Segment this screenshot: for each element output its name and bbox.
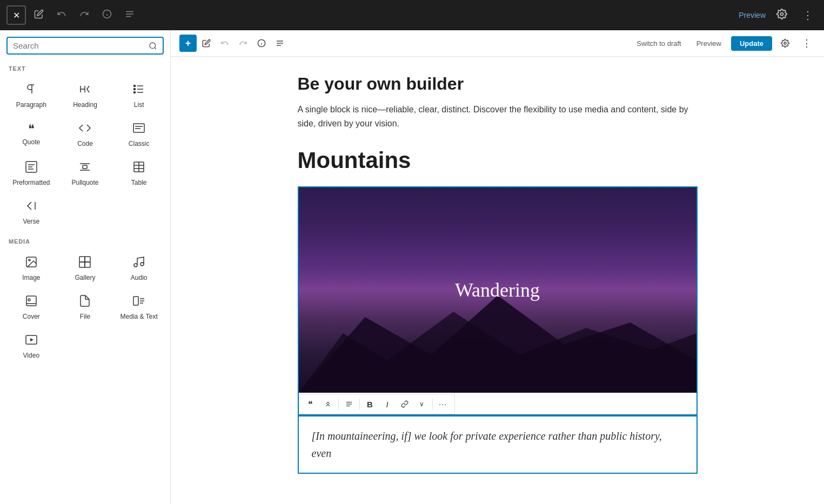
paragraph-label: Paragraph (16, 101, 46, 109)
inner-more-button[interactable]: ⋮ (798, 35, 815, 52)
block-item-list[interactable]: List (112, 76, 166, 115)
code-icon (78, 122, 91, 137)
inner-toolbar-left: + (179, 35, 289, 52)
plus-icon: + (185, 38, 191, 49)
inner-list-button[interactable] (271, 35, 289, 52)
switch-to-draft-button[interactable]: Switch to draft (631, 36, 686, 51)
blockquote-toggle-button[interactable]: ❝ (303, 397, 319, 412)
svg-rect-33 (79, 262, 85, 267)
media-text-label: Media & Text (120, 313, 158, 320)
svg-point-36 (140, 263, 144, 266)
svg-point-7 (150, 43, 156, 49)
bold-button[interactable]: B (362, 397, 378, 412)
toolbar-divider-1 (338, 399, 339, 409)
post-title[interactable]: Be your own builder (298, 74, 698, 94)
video-icon (25, 333, 38, 348)
more-vertical-icon-inner: ⋮ (802, 37, 812, 49)
mountain-image: Wandering (299, 187, 696, 393)
block-item-pullquote[interactable]: Pullquote (58, 154, 112, 193)
close-button[interactable]: ✕ (6, 5, 26, 25)
file-icon (78, 294, 91, 310)
list-view-button[interactable] (120, 5, 139, 25)
block-item-verse[interactable]: Verse (4, 193, 58, 232)
move-arrows-button[interactable] (320, 397, 336, 412)
inner-undo-button[interactable] (216, 35, 233, 52)
update-button[interactable]: Update (731, 36, 772, 51)
block-item-image[interactable]: Image (4, 249, 58, 288)
inner-toolbar: + (171, 30, 824, 57)
more-options-button-top[interactable]: ⋮ (798, 5, 818, 25)
cover-label: Cover (23, 313, 40, 320)
list-label: List (134, 101, 144, 109)
code-label: Code (77, 140, 93, 147)
post-intro[interactable]: A single block is nice—reliable, clear, … (298, 103, 698, 130)
svg-point-39 (28, 299, 30, 301)
svg-rect-31 (79, 257, 85, 262)
block-item-video[interactable]: Video (4, 327, 58, 366)
heading-icon (78, 83, 91, 98)
svg-rect-37 (26, 296, 36, 306)
image-block[interactable]: Wandering ❝ (298, 186, 698, 415)
inner-preview-button[interactable]: Preview (691, 36, 727, 51)
quote-text[interactable]: [In mountaineering, if] we look for priv… (312, 427, 684, 462)
block-item-quote[interactable]: ❝ Quote (4, 115, 58, 154)
search-input[interactable] (13, 41, 144, 50)
svg-point-13 (134, 89, 136, 90)
search-box (6, 37, 164, 55)
pullquote-label: Pullquote (71, 179, 98, 186)
block-item-media-text[interactable]: Media & Text (112, 288, 166, 327)
quote-block[interactable]: [In mountaineering, if] we look for priv… (298, 415, 698, 474)
gear-icon (776, 9, 787, 22)
inner-edit-button[interactable] (198, 35, 215, 52)
block-item-file[interactable]: File (58, 288, 112, 327)
more-formats-button[interactable]: ∨ (414, 397, 430, 412)
top-toolbar: ✕ (0, 0, 824, 30)
preformatted-label: Preformatted (12, 179, 50, 186)
svg-point-14 (134, 92, 136, 93)
search-submit-button[interactable] (149, 42, 157, 50)
toolbar-divider-3 (432, 399, 433, 409)
block-item-code[interactable]: Code (58, 115, 112, 154)
classic-label: Classic (129, 140, 150, 147)
classic-icon (132, 122, 145, 137)
search-container (0, 30, 170, 61)
list-icon (132, 83, 145, 98)
preview-link[interactable]: Preview (739, 11, 766, 19)
info-button[interactable] (97, 5, 117, 25)
link-button[interactable] (397, 397, 413, 412)
add-block-button[interactable]: + (179, 35, 197, 52)
italic-button[interactable]: I (379, 397, 396, 412)
text-section-label: TEXT (0, 61, 170, 74)
block-item-audio[interactable]: Audio (112, 249, 166, 288)
block-item-table[interactable]: Table (112, 154, 166, 193)
pullquote-icon (78, 160, 91, 176)
edit-button[interactable] (29, 5, 49, 25)
inner-redo-button[interactable] (235, 35, 252, 52)
block-item-paragraph[interactable]: Paragraph (4, 76, 58, 115)
block-item-classic[interactable]: Classic (112, 115, 166, 154)
block-item-cover[interactable]: Cover (4, 288, 58, 327)
inline-text-toolbar: ❝ B I (299, 394, 455, 414)
block-item-preformatted[interactable]: Preformatted (4, 154, 58, 193)
svg-point-52 (784, 42, 786, 44)
heading-label: Heading (73, 101, 97, 109)
svg-rect-40 (133, 297, 138, 305)
gallery-icon (78, 256, 91, 271)
inner-info-button[interactable] (253, 35, 270, 52)
settings-button-top[interactable] (772, 5, 792, 25)
svg-point-35 (134, 264, 137, 267)
close-icon: ✕ (13, 10, 20, 21)
svg-line-8 (155, 48, 156, 49)
block-item-heading[interactable]: Heading (58, 76, 112, 115)
block-item-gallery[interactable]: Gallery (58, 249, 112, 288)
inner-settings-button[interactable] (776, 35, 794, 52)
undo-button[interactable] (52, 5, 71, 25)
text-blocks-grid: Paragraph Heading List (0, 74, 170, 234)
table-label: Table (131, 179, 147, 186)
audio-label: Audio (131, 274, 148, 281)
align-button[interactable] (341, 397, 357, 412)
redo-button[interactable] (75, 5, 94, 25)
block-heading[interactable]: Mountains (298, 147, 698, 173)
redo-icon (79, 9, 89, 21)
more-options-inline-button[interactable]: ··· (435, 397, 451, 412)
